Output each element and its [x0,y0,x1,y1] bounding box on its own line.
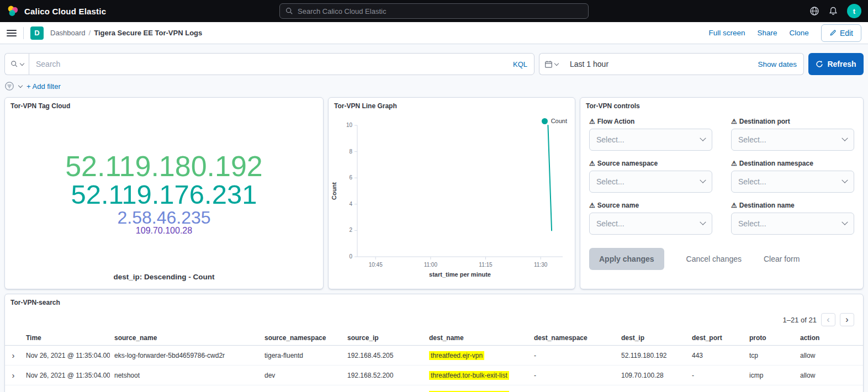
warning-icon: ⚠ [589,160,595,167]
user-avatar[interactable]: t [847,4,861,18]
add-filter-button[interactable]: + Add filter [27,82,61,91]
table-body: ›Nov 26, 2021 @ 11:35:04.000eks-log-forw… [5,346,863,392]
column-header-source_name[interactable]: source_name [110,331,260,346]
table-row: ›Nov 26, 2021 @ 11:35:04.000netshootdev1… [5,365,863,385]
filter-icon[interactable] [4,81,14,91]
highlighted-value: threatfeed.tor-bulk-exit-list [429,371,509,380]
cancel-changes-button[interactable]: Cancel changes [686,255,742,263]
breadcrumb-separator: / [89,29,91,37]
control-field-label: ⚠Flow Action [589,118,712,125]
dashboard-badge[interactable]: D [30,27,44,40]
column-header-source_namespace[interactable]: source_namespace [260,331,343,346]
saved-query-menu-button[interactable] [4,53,29,75]
time-range-value[interactable]: Last 1 hour [570,60,608,68]
select-placeholder: Select... [596,135,624,144]
edit-button-label: Edit [840,29,853,38]
chevron-down-icon [700,177,706,183]
column-header-dest_namespace[interactable]: dest_namespace [530,331,617,346]
breadcrumb: Dashboard / Tigera Secure EE Tor-VPN Log… [50,29,202,37]
edit-button[interactable]: Edit [821,24,861,42]
cell-dest_name: threatfeed.ejr-vpn [425,346,530,365]
clone-button[interactable]: Clone [790,29,809,37]
cell-source_name: eks-log-forwarder-5bd4659786-cwd2r [110,346,260,365]
date-picker-menu-button[interactable] [539,53,563,75]
column-header-time[interactable]: Time [22,331,110,346]
column-header-dest_port[interactable]: dest_port [687,331,745,346]
column-header-source_ip[interactable]: source_ip [343,331,425,346]
svg-text:8: 8 [349,149,352,155]
clear-form-button[interactable]: Clear form [764,255,800,263]
global-search-input[interactable] [298,7,583,15]
cell-dest_port: 443 [687,346,745,365]
menu-icon[interactable] [7,30,17,36]
column-header-proto[interactable]: proto [745,331,796,346]
control-field-label-text: Destination port [739,118,790,125]
highlighted-value: threatfeed.ejr-vpn [429,351,484,360]
select-placeholder: Select... [738,177,766,186]
control-field-label-text: Source name [597,202,639,209]
chevron-down-icon[interactable] [18,83,23,87]
svg-text:11:00: 11:00 [424,262,438,268]
cell-dest_port: - [687,365,745,385]
chevron-down-icon [554,61,559,65]
top-app-bar: Calico Cloud Elastic t [0,0,868,22]
search-input[interactable] [36,60,513,68]
kql-search-box: KQL [29,53,534,75]
chevron-down-icon [841,219,848,225]
globe-icon[interactable] [809,6,819,16]
expand-row-icon[interactable]: › [12,370,15,380]
breadcrumb-dashboard[interactable]: Dashboard [50,29,86,37]
cell-source_namespace: tigera-fluentd [260,346,343,365]
control-field: ⚠Destination namespaceSelect... [731,160,854,193]
destination-namespace-select[interactable]: Select... [731,171,854,193]
show-dates-button[interactable]: Show dates [758,60,797,68]
next-page-button[interactable]: › [840,313,854,326]
tag-cloud-term[interactable]: 52.119.176.231 [71,181,257,209]
controls-grid: ⚠Flow ActionSelect...⚠Destination portSe… [589,118,854,235]
column-header-dest_name[interactable]: dest_name [425,331,530,346]
control-field: ⚠Flow ActionSelect... [589,118,712,151]
apply-changes-button[interactable]: Apply changes [589,248,664,270]
cell-dest_namespace: - [530,385,617,392]
cell-source_ip: 192.168.52.200 [343,385,425,392]
notifications-icon[interactable] [828,6,838,16]
flow-action-select[interactable]: Select... [589,129,712,151]
source-namespace-select[interactable]: Select... [589,171,712,193]
chevron-down-icon [841,177,848,183]
chevron-down-icon [700,135,706,141]
refresh-icon [816,60,823,68]
tag-cloud-term[interactable]: 2.58.46.235 [117,209,210,227]
destination-port-select[interactable]: Select... [731,129,854,151]
cell-proto: icmp [745,365,796,385]
table-header-row: Timesource_namesource_namespacesource_ip… [5,331,863,346]
full-screen-button[interactable]: Full screen [709,29,745,37]
destination-name-select[interactable]: Select... [731,213,854,235]
line-chart-svg[interactable]: 024681010:4511:0011:1511:30start_time pe… [329,116,575,282]
table-row: ›Nov 26, 2021 @ 11:35:04.000eks-log-forw… [5,346,863,365]
panel-title: Tor-VPN-search [5,294,863,311]
filter-bar: + Add filter [4,81,864,92]
tag-cloud-term[interactable]: 109.70.100.28 [136,226,192,235]
expand-row-icon[interactable]: › [12,351,15,360]
global-search[interactable] [279,3,589,19]
cell-dest_name: threatfeed.tor-bulk-exit-list [425,385,530,392]
elastic-logo[interactable] [7,5,19,17]
cell-dest_namespace: - [530,346,617,365]
svg-text:11:15: 11:15 [479,262,493,268]
refresh-button[interactable]: Refresh [808,53,864,75]
previous-page-button[interactable]: ‹ [821,313,835,326]
kql-button[interactable]: KQL [513,60,527,68]
cell-dest_name: threatfeed.tor-bulk-exit-list [425,365,530,385]
svg-text:11:30: 11:30 [534,262,548,268]
tag-cloud-term[interactable]: 52.119.180.192 [65,152,263,181]
column-header-dest_ip[interactable]: dest_ip [617,331,687,346]
column-header-action[interactable]: action [796,331,863,346]
cell-dest_namespace: - [530,365,617,385]
source-name-select[interactable]: Select... [589,213,712,235]
chart-legend[interactable]: Count [542,118,567,124]
svg-text:10: 10 [346,122,353,128]
cell-source_name: netshoot [110,365,260,385]
share-button[interactable]: Share [758,29,777,37]
cell-action: allow [796,365,863,385]
control-field-label: ⚠Destination port [731,118,854,125]
